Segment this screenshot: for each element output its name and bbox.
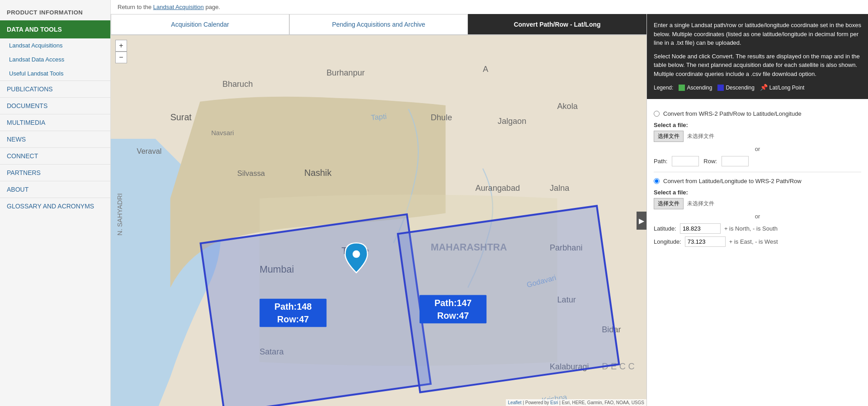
sidebar-item-about[interactable]: ABOUT — [0, 181, 110, 198]
radio2-label[interactable]: Convert from Latitude/Longitude to WRS-2… — [663, 178, 802, 184]
sidebar-link-useful-landsat-tools[interactable]: Useful Landsat Tools — [0, 66, 110, 80]
sidebar-link-landsat-data-access[interactable]: Landsat Data Access — [0, 52, 110, 66]
ascending-label: Ascending — [687, 84, 712, 92]
or-divider2: or — [654, 213, 861, 220]
sidebar-item-data-and-tools[interactable]: DATA AND TOOLS — [0, 20, 110, 38]
svg-text:Surat: Surat — [170, 112, 192, 122]
point-label: Lat/Long Point — [769, 84, 804, 92]
right-panel: Enter a single Landsat path/row or latit… — [646, 14, 868, 406]
svg-text:N. SAHYADRI: N. SAHYADRI — [116, 193, 123, 235]
or-divider1: or — [654, 146, 861, 152]
svg-text:Row:47: Row:47 — [277, 314, 309, 324]
svg-point-34 — [353, 250, 360, 258]
map-expand-button[interactable]: ▶ — [637, 212, 646, 230]
path-label: Path: — [654, 158, 667, 165]
svg-text:Jalna: Jalna — [550, 184, 570, 193]
radio2-row: Convert from Latitude/Longitude to WRS-2… — [654, 178, 861, 184]
sidebar-item-glossary[interactable]: GLOSSARY AND ACRONYMS — [0, 198, 110, 214]
sidebar-item-product-information[interactable]: PRODUCT INFORMATION — [0, 5, 110, 20]
file-choose-button2[interactable]: 选择文件 — [654, 198, 684, 209]
ascending-color-box — [679, 85, 685, 91]
svg-text:Nashik: Nashik — [304, 168, 331, 178]
path-input[interactable] — [672, 156, 699, 166]
row-label: Row: — [703, 158, 717, 165]
breadcrumb: Return to the Landsat Acquisition page. — [111, 0, 868, 14]
descending-label: Descending — [726, 84, 754, 92]
file-upload-row2: 选择文件 未选择文件 — [654, 198, 861, 209]
tab-convert-path-row[interactable]: Convert Path/Row - Lat/Long — [468, 14, 646, 34]
svg-text:Aurangabad: Aurangabad — [475, 184, 520, 193]
info-box: Enter a single Landsat path/row or latit… — [647, 14, 868, 99]
legend-point: 📌 Lat/Long Point — [760, 83, 804, 92]
sidebar-item-multimedia[interactable]: MULTIMEDIA — [0, 114, 110, 131]
descending-color-box — [717, 85, 724, 91]
content-area: Acquisition Calendar Pending Acquisition… — [111, 14, 868, 406]
svg-text:Silvassa: Silvassa — [237, 169, 265, 177]
svg-text:Dhule: Dhule — [431, 113, 452, 122]
svg-text:Burhanpur: Burhanpur — [326, 68, 365, 77]
file-none-label1: 未选择文件 — [687, 132, 714, 140]
map-zoom-controls: + − — [115, 40, 127, 63]
svg-text:Veraval: Veraval — [137, 147, 162, 155]
latitude-input[interactable] — [680, 223, 721, 234]
radio2-input[interactable] — [654, 178, 660, 184]
svg-text:Path:148: Path:148 — [274, 302, 311, 312]
tab-pending-acquisitions[interactable]: Pending Acquisitions and Archive — [289, 14, 468, 34]
row-input[interactable] — [722, 156, 749, 166]
info-description2: Select Node and click Convert. The resul… — [654, 52, 861, 79]
lat-hint: + is North, - is South — [724, 225, 778, 232]
main-content: Return to the Landsat Acquisition page. … — [111, 0, 868, 406]
breadcrumb-suffix: page. — [205, 4, 220, 10]
legend-label: Legend: — [654, 84, 673, 92]
svg-text:Path:147: Path:147 — [434, 298, 472, 308]
file-label1: Select a file: — [654, 122, 861, 128]
breadcrumb-link[interactable]: Landsat Acquisition — [153, 4, 204, 10]
radio1-input[interactable] — [654, 111, 660, 117]
svg-text:A: A — [483, 65, 489, 74]
svg-text:Jalgaon: Jalgaon — [498, 117, 526, 126]
leaflet-link[interactable]: Leaflet — [508, 400, 522, 405]
sidebar-item-partners[interactable]: PARTNERS — [0, 164, 110, 181]
breadcrumb-prefix: Return to the — [118, 4, 151, 10]
info-description1: Enter a single Landsat path/row or latit… — [654, 21, 861, 47]
sidebar-item-documents[interactable]: DOCUMENTS — [0, 97, 110, 114]
longitude-row: Longitude: + is East, - is West — [654, 236, 861, 247]
file-label2: Select a file: — [654, 189, 861, 196]
lon-label: Longitude: — [654, 238, 681, 245]
map-container[interactable]: + − — [111, 35, 646, 406]
tab-bar: Acquisition Calendar Pending Acquisition… — [111, 14, 646, 35]
sidebar-link-landsat-acquisitions[interactable]: Landsat Acquisitions — [0, 38, 110, 52]
radio1-row: Convert from WRS-2 Path/Row to Latitude/… — [654, 110, 861, 117]
latitude-row: Latitude: + is North, - is South — [654, 223, 861, 234]
sidebar-item-publications[interactable]: PUBLICATIONS — [0, 80, 110, 97]
sidebar-item-news[interactable]: NEWS — [0, 131, 110, 147]
tab-acquisition-calendar[interactable]: Acquisition Calendar — [111, 14, 289, 34]
section-divider — [654, 172, 861, 172]
path-row-input-row: Path: Row: — [654, 156, 861, 166]
svg-text:Navsari: Navsari — [211, 129, 234, 137]
lat-label: Latitude: — [654, 225, 676, 232]
longitude-input[interactable] — [685, 236, 726, 247]
lon-hint: + is East, - is West — [729, 238, 778, 245]
sidebar: PRODUCT INFORMATION DATA AND TOOLS Lands… — [0, 0, 111, 406]
svg-text:Row:47: Row:47 — [437, 311, 469, 321]
map-attribution: Leaflet | Powered by Esri | Esri, HERE, … — [506, 399, 646, 406]
esri-link[interactable]: Esri — [550, 400, 558, 405]
map-panel: Acquisition Calendar Pending Acquisition… — [111, 14, 646, 406]
svg-text:Akola: Akola — [557, 102, 578, 111]
radio1-label[interactable]: Convert from WRS-2 Path/Row to Latitude/… — [663, 110, 802, 117]
legend-bar: Legend: Ascending Descending 📌 Lat/Long … — [654, 83, 861, 92]
svg-text:Tapti: Tapti — [371, 112, 387, 122]
legend-ascending: Ascending — [679, 84, 712, 92]
zoom-in-button[interactable]: + — [115, 40, 127, 52]
form-area: Convert from WRS-2 Path/Row to Latitude/… — [647, 99, 868, 256]
svg-text:Bharuch: Bharuch — [222, 80, 253, 89]
legend-descending: Descending — [717, 84, 754, 92]
pin-icon: 📌 — [760, 83, 768, 92]
file-none-label2: 未选择文件 — [687, 200, 714, 208]
zoom-out-button[interactable]: − — [115, 52, 127, 63]
file-upload-row1: 选择文件 未选择文件 — [654, 131, 861, 142]
sidebar-item-connect[interactable]: CONNECT — [0, 147, 110, 164]
file-choose-button1[interactable]: 选择文件 — [654, 131, 684, 142]
